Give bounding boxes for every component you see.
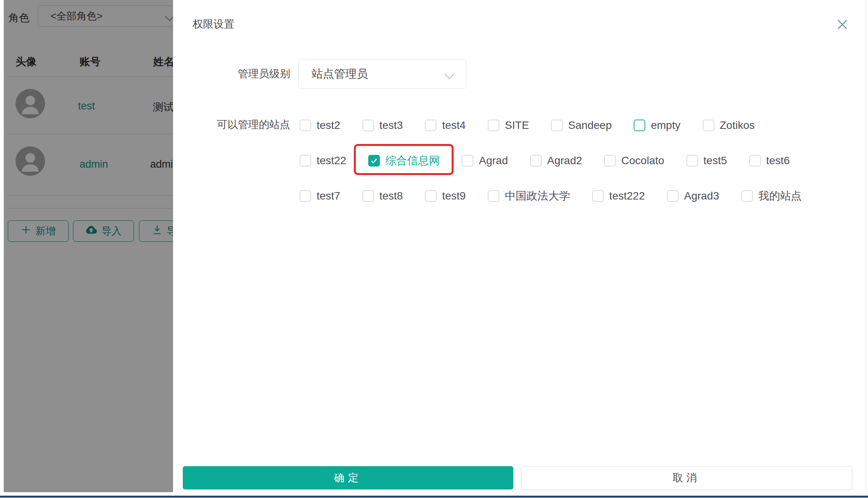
dialog-footer: 确定 取消 (183, 466, 852, 489)
site-checkbox[interactable]: test222 (592, 190, 645, 202)
site-checkbox[interactable]: test7 (300, 190, 340, 202)
site-checkbox-label: Sandeep (568, 119, 612, 132)
site-checkbox-label: test22 (317, 154, 346, 167)
site-checkbox[interactable]: test4 (425, 119, 466, 132)
site-checkbox[interactable]: 综合信息网 (368, 153, 440, 168)
admin-level-value: 站点管理员 (312, 66, 368, 82)
sites-checkbox-grid: test2test3test4SITESandeepemptyZotikoste… (300, 108, 854, 213)
site-checkbox-label: 中国政法大学 (505, 189, 570, 203)
checkbox-icon (488, 190, 499, 202)
cancel-button[interactable]: 取消 (521, 466, 852, 489)
checkbox-icon (462, 155, 473, 167)
site-checkbox[interactable]: 我的站点 (741, 189, 802, 203)
page-bottom-border (0, 496, 868, 498)
site-checkbox[interactable]: test22 (300, 154, 346, 167)
site-checkbox-label: Cocolato (621, 154, 664, 167)
admin-level-select[interactable]: 站点管理员 (298, 59, 466, 89)
checkbox-icon (749, 155, 761, 167)
checkbox-icon (425, 190, 437, 202)
site-checkbox-label: test7 (317, 190, 340, 202)
checkbox-icon (530, 155, 542, 167)
checkbox-icon (634, 120, 645, 131)
site-checkbox[interactable]: Sandeep (551, 119, 612, 132)
site-checkbox-label: test9 (442, 190, 466, 202)
checkbox-icon (741, 190, 753, 202)
site-checkbox-label: Zotikos (720, 119, 755, 132)
checkbox-checked-icon (368, 155, 380, 167)
site-checkbox-label: 综合信息网 (385, 153, 440, 168)
site-checkbox-label: Agrad3 (684, 190, 719, 202)
checkbox-icon (667, 190, 679, 202)
chevron-down-icon (444, 70, 455, 83)
manageable-sites-label: 可以管理的站点 (173, 118, 290, 132)
site-checkbox[interactable]: Zotikos (703, 119, 755, 132)
site-checkbox[interactable]: 中国政法大学 (488, 189, 570, 203)
site-checkbox-label: test222 (609, 190, 645, 202)
site-checkbox-label: Agrad2 (547, 154, 582, 167)
checkbox-icon (362, 190, 374, 202)
site-checkbox[interactable]: empty (634, 119, 680, 132)
site-checkbox[interactable]: Agrad3 (667, 190, 719, 202)
checkbox-icon (362, 120, 374, 131)
site-row: test22综合信息网AgradAgrad2Cocolatotest5test6 (300, 143, 854, 178)
checkbox-icon (703, 120, 714, 131)
site-checkbox[interactable]: test9 (425, 190, 466, 202)
confirm-button[interactable]: 确定 (183, 466, 513, 489)
dialog-title: 权限设置 (192, 17, 234, 31)
site-checkbox-label: test8 (379, 190, 403, 202)
site-checkbox-label: 我的站点 (758, 189, 802, 203)
checkbox-icon (300, 120, 311, 131)
site-checkbox[interactable]: test3 (362, 119, 403, 132)
site-checkbox-label: test5 (703, 154, 727, 167)
checkbox-icon (592, 190, 604, 202)
site-checkbox[interactable]: Cocolato (604, 154, 664, 167)
site-checkbox[interactable]: SITE (488, 119, 529, 132)
site-checkbox-label: test6 (766, 154, 790, 167)
permission-settings-dialog: 权限设置 管理员级别 站点管理员 可以管理的站点 test2test3test4… (173, 0, 866, 498)
checkbox-icon (425, 120, 437, 131)
site-checkbox[interactable]: Agrad2 (530, 154, 582, 167)
checkbox-icon (488, 120, 499, 131)
checkbox-icon (300, 155, 311, 167)
checkbox-icon (686, 155, 698, 167)
site-checkbox[interactable]: test8 (362, 190, 403, 202)
site-checkbox-label: SITE (505, 119, 529, 132)
site-row: test7test8test9中国政法大学test222Agrad3我的站点 (300, 178, 854, 213)
modal-backdrop (4, 0, 173, 492)
site-checkbox-label: test2 (317, 119, 340, 132)
checkbox-icon (551, 120, 563, 131)
site-checkbox[interactable]: Agrad (462, 154, 508, 167)
checkbox-icon (604, 155, 616, 167)
site-checkbox-label: empty (651, 119, 680, 132)
site-row: test2test3test4SITESandeepemptyZotikos (300, 108, 854, 143)
site-checkbox[interactable]: test6 (749, 154, 790, 167)
admin-level-label: 管理员级别 (173, 67, 290, 81)
site-checkbox[interactable]: test2 (300, 119, 340, 132)
site-checkbox[interactable]: test5 (686, 154, 727, 167)
checkbox-icon (300, 190, 311, 202)
site-checkbox-label: Agrad (479, 154, 508, 167)
site-checkbox-label: test4 (442, 119, 466, 132)
site-checkbox-label: test3 (379, 119, 403, 132)
close-icon[interactable] (836, 18, 849, 31)
